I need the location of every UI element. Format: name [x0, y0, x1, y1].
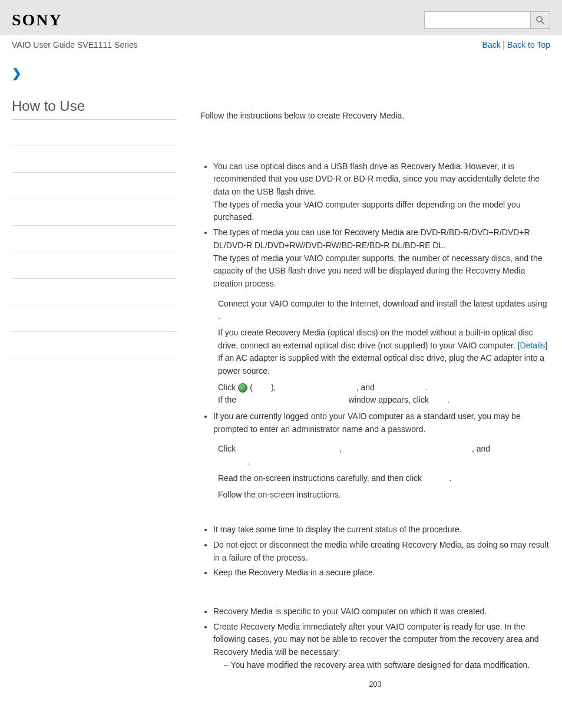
step-4: Click , , and .: [218, 443, 550, 468]
arrow-row: ❯: [0, 54, 562, 86]
sidebar-item[interactable]: [12, 226, 177, 252]
top-nav-links: Back | Back to Top: [482, 40, 550, 50]
start-orb-icon: [238, 383, 247, 393]
list-item: If you are currently logged onto your VA…: [213, 410, 550, 436]
text: If the: [218, 395, 239, 404]
intro-text: Follow the instructions below to create …: [200, 110, 550, 123]
text: Create Recovery Media immediately after …: [213, 622, 539, 657]
sidebar-item[interactable]: [12, 279, 177, 305]
text: You have modified the recovery area with…: [230, 660, 530, 670]
sidebar-item[interactable]: [12, 146, 177, 173]
list-item: Recovery Media is specific to your VAIO …: [213, 605, 550, 618]
text: .: [218, 311, 220, 321]
list-item: It may take some time to display the cur…: [213, 523, 550, 536]
step-3: Click ( ), , and . If the window appears…: [218, 381, 550, 407]
list-item: Create Recovery Media immediately after …: [213, 621, 550, 672]
text: (: [250, 383, 253, 392]
breadcrumb: VAIO User Guide SVE1111 Series: [12, 40, 138, 50]
text: , and: [472, 444, 490, 453]
chevron-right-icon[interactable]: ❯: [12, 67, 22, 80]
text: .: [248, 457, 250, 466]
text: window appears, click: [346, 395, 431, 404]
sony-logo: SONY: [12, 11, 62, 29]
sidebar-title: How to Use: [12, 86, 177, 120]
sidebar-item[interactable]: [12, 252, 177, 279]
page-number: 203: [200, 678, 550, 690]
text: ),: [271, 383, 278, 392]
step-1: Connect your VAIO computer to the Intern…: [218, 298, 550, 323]
sidebar-item[interactable]: [12, 199, 177, 226]
text: .: [425, 383, 427, 392]
step-5: Read the on-screen instructions carefull…: [218, 472, 550, 485]
list-item: You can use optical discs and a USB flas…: [213, 160, 550, 224]
details-link[interactable]: [Details]: [518, 341, 548, 350]
text: Click: [218, 383, 238, 392]
text: Read the on-screen instructions carefull…: [218, 473, 424, 483]
header-bar: SONY: [0, 0, 562, 35]
text: If you create Recovery Media (optical di…: [218, 328, 533, 350]
step-6: Follow the on-screen instructions.: [218, 489, 550, 502]
text: Click: [218, 444, 238, 453]
sidebar-item[interactable]: [12, 120, 177, 146]
main-content: Follow the instructions below to create …: [189, 86, 550, 691]
list-item: Keep the Recovery Media in a secure plac…: [213, 566, 550, 579]
note-list: If you are currently logged onto your VA…: [200, 410, 550, 436]
svg-line-1: [541, 21, 544, 24]
info-list-2: It may take some time to display the cur…: [200, 523, 550, 579]
text: Follow the on-screen instructions.: [218, 490, 341, 499]
magnifier-icon: [535, 15, 545, 25]
search-button[interactable]: [530, 11, 550, 29]
svg-point-0: [537, 17, 542, 22]
text: .: [447, 395, 449, 404]
search-box: [424, 11, 550, 29]
list-item: Do not eject or disconnect the media whi…: [213, 539, 550, 564]
sub-item: – You have modified the recovery area wi…: [224, 659, 550, 672]
text: ,: [339, 444, 343, 453]
info-list-1: You can use optical discs and a USB flas…: [200, 160, 550, 291]
sidebar-item[interactable]: [12, 332, 177, 358]
search-input[interactable]: [424, 11, 530, 29]
separator: |: [501, 40, 507, 50]
list-item: The types of media you can use for Recov…: [213, 226, 550, 290]
text: If an AC adapter is supplied with the ex…: [218, 353, 544, 375]
back-link[interactable]: Back: [482, 40, 501, 50]
text: , and: [356, 383, 377, 392]
breadcrumb-row: VAIO User Guide SVE1111 Series Back | Ba…: [0, 35, 562, 54]
sidebar: How to Use: [12, 86, 189, 691]
text: Connect your VAIO computer to the Intern…: [218, 299, 547, 308]
sidebar-item[interactable]: [12, 173, 177, 199]
back-to-top-link[interactable]: Back to Top: [507, 40, 550, 50]
step-2: If you create Recovery Media (optical di…: [218, 327, 550, 378]
text: .: [449, 473, 452, 483]
info-list-3: Recovery Media is specific to your VAIO …: [200, 605, 550, 671]
sidebar-item[interactable]: [12, 305, 177, 332]
